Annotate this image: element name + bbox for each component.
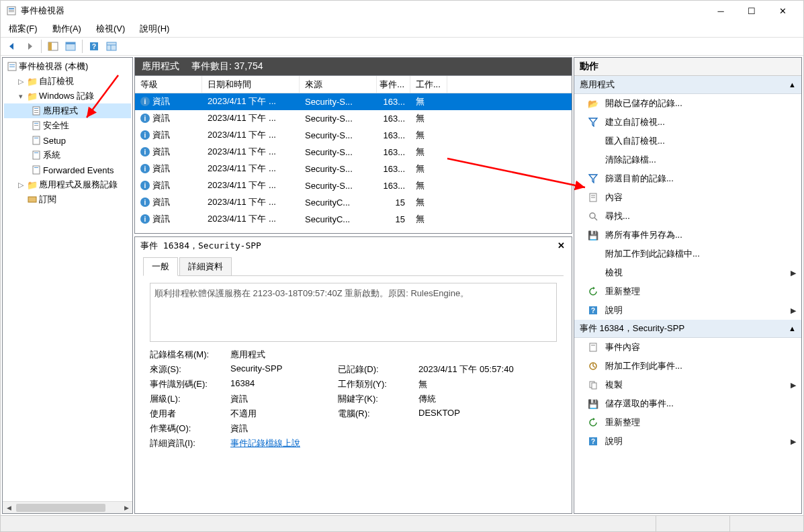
menu-action[interactable]: 動作(A)	[50, 21, 84, 36]
action-view[interactable]: 檢視▶	[574, 263, 801, 282]
tree-subscriptions-label: 訂閱	[39, 193, 56, 206]
tree-forwarded[interactable]: Forwarded Events	[4, 163, 131, 177]
action-save-selected[interactable]: 💾儲存選取的事件...	[574, 394, 801, 413]
svg-line-36	[594, 218, 597, 220]
actions-header: 動作	[574, 58, 801, 76]
action-filter-log[interactable]: 篩選目前的記錄...	[574, 169, 801, 188]
event-rows[interactable]: i資訊2023/4/11 下午 ...Security-S...163...無i…	[135, 93, 572, 233]
event-row[interactable]: i資訊2023/4/11 下午 ...SecurityC...15無	[135, 211, 572, 228]
window-title: 事件檢視器	[21, 5, 705, 17]
event-fields: 記錄檔名稱(M): 應用程式 來源(S): Security-SPP 已記錄(D…	[150, 349, 557, 449]
actions-section-event[interactable]: 事件 16384，Security-SPP ▲	[574, 320, 801, 338]
tree-setup[interactable]: Setup	[4, 133, 131, 148]
label-moreinfo: 詳細資訊(I):	[150, 437, 230, 449]
action-find[interactable]: 尋找...	[574, 207, 801, 226]
expand-icon[interactable]: ▷	[16, 77, 26, 86]
action-save-all-events[interactable]: 💾將所有事件另存為...	[574, 226, 801, 245]
help-button[interactable]: ?	[87, 39, 101, 54]
event-row[interactable]: i資訊2023/4/11 下午 ...Security-S...163...無	[135, 177, 572, 194]
event-row[interactable]: i資訊2023/4/11 下午 ...SecurityC...15無	[135, 194, 572, 211]
log-icon	[31, 120, 42, 131]
tree-forwarded-label: Forwarded Events	[43, 165, 114, 175]
section-title-2: 事件 16384，Security-SPP	[580, 322, 684, 335]
tree-hscrollbar[interactable]: ◀ ▶	[3, 501, 132, 513]
tree-system[interactable]: 系統	[4, 148, 131, 163]
label-user: 使用者	[150, 408, 230, 420]
event-row[interactable]: i資訊2023/4/11 下午 ...Security-S...163...無	[135, 93, 572, 110]
value-opcode: 資訊	[230, 423, 338, 435]
col-level[interactable]: 等級	[135, 76, 202, 93]
action-clear-log[interactable]: 清除記錄檔...	[574, 150, 801, 169]
expand-icon[interactable]: ▷	[16, 181, 26, 189]
event-row[interactable]: i資訊2023/4/11 下午 ...Security-S...163...無	[135, 110, 572, 127]
statusbar	[1, 515, 803, 531]
menu-help[interactable]: 說明(H)	[137, 21, 172, 36]
action-attach-task-log[interactable]: 附加工作到此記錄檔中...	[574, 245, 801, 263]
tree-app-services[interactable]: ▷ 📁 應用程式及服務記錄	[4, 177, 131, 192]
event-row[interactable]: i資訊2023/4/11 下午 ...Security-S...163...無	[135, 161, 572, 177]
close-icon[interactable]: ✕	[555, 240, 566, 251]
moreinfo-link[interactable]: 事件記錄檔線上說	[230, 438, 300, 448]
action-import-custom-view[interactable]: 匯入自訂檢視...	[574, 132, 801, 150]
event-list: 等級 日期和時間 來源 事件... 工作... i資訊2023/4/11 下午 …	[134, 75, 572, 234]
close-button[interactable]: ✕	[767, 1, 798, 21]
svg-rect-5	[9, 11, 14, 12]
tab-general[interactable]: 一般	[143, 257, 178, 276]
actions-section-application[interactable]: 應用程式 ▲	[574, 76, 801, 94]
minimize-button[interactable]: ─	[705, 1, 736, 21]
collapse-icon[interactable]: ▲	[789, 81, 796, 89]
svg-rect-3	[9, 8, 14, 9]
tab-body: 順利排程軟體保護服務在 2123-03-18T09:57:40Z 重新啟動。原因…	[143, 275, 564, 505]
action-refresh[interactable]: 重新整理	[574, 282, 801, 301]
panel-button[interactable]	[63, 39, 78, 54]
collapse-icon[interactable]: ▾	[16, 92, 26, 101]
action-refresh-event[interactable]: 重新整理	[574, 413, 801, 432]
action-help[interactable]: ?說明▶	[574, 301, 801, 320]
show-hide-tree-button[interactable]	[46, 39, 60, 54]
info-icon: i	[140, 214, 150, 224]
value-computer: DESKTOP	[418, 408, 553, 420]
collapse-icon[interactable]: ▲	[789, 324, 796, 332]
label-keywords: 關鍵字(K):	[338, 393, 418, 405]
submenu-arrow-icon: ▶	[791, 306, 796, 315]
info-icon: i	[140, 97, 150, 106]
event-row[interactable]: i資訊2023/4/11 下午 ...Security-S...163...無	[135, 144, 572, 161]
action-open-saved-log[interactable]: 📂開啟已儲存的記錄...	[574, 94, 801, 113]
svg-rect-26	[34, 138, 38, 138]
value-source: Security-SPP	[230, 363, 338, 375]
action-create-custom-view[interactable]: 建立自訂檢視...	[574, 113, 801, 132]
maximize-button[interactable]: ☐	[736, 1, 767, 21]
action-help-event[interactable]: ?說明▶	[574, 432, 801, 451]
tree-security[interactable]: 安全性	[4, 118, 131, 133]
col-task[interactable]: 工作...	[410, 76, 447, 93]
tree-pane: 事件檢視器 (本機) ▷ 📁 自訂檢視 ▾ 📁 Windows 記錄 應用程式	[2, 57, 133, 514]
tree-subscriptions[interactable]: 訂閱	[4, 192, 131, 207]
event-description[interactable]: 順利排程軟體保護服務在 2123-03-18T09:57:40Z 重新啟動。原因…	[150, 283, 557, 342]
svg-rect-19	[34, 108, 38, 109]
forward-button[interactable]	[22, 39, 37, 54]
help-icon: ?	[588, 305, 598, 316]
svg-text:?: ?	[92, 43, 96, 50]
tab-details[interactable]: 詳細資料	[179, 257, 232, 275]
tree-custom-views[interactable]: ▷ 📁 自訂檢視	[4, 74, 131, 89]
attach-icon	[588, 361, 598, 371]
action-attach-task-event[interactable]: 附加工作到此事件...	[574, 357, 801, 375]
action-copy[interactable]: 複製▶	[574, 375, 801, 394]
col-time[interactable]: 日期和時間	[202, 76, 300, 93]
action-event-properties[interactable]: 事件內容	[574, 338, 801, 357]
log-icon	[31, 150, 42, 161]
tree-windows-logs[interactable]: ▾ 📁 Windows 記錄	[4, 89, 131, 103]
detail-tabs: 一般 詳細資料	[135, 255, 572, 275]
back-button[interactable]	[5, 39, 19, 54]
tree-root[interactable]: 事件檢視器 (本機)	[4, 59, 131, 74]
menu-view[interactable]: 檢視(V)	[93, 21, 128, 36]
event-row[interactable]: i資訊2023/4/11 下午 ...Security-S...163...無	[135, 127, 572, 144]
view-options-button[interactable]	[104, 39, 119, 54]
tree-application[interactable]: 應用程式	[4, 103, 131, 118]
menu-file[interactable]: 檔案(F)	[6, 21, 40, 36]
action-properties[interactable]: 內容	[574, 188, 801, 207]
svg-rect-21	[34, 112, 38, 113]
col-eventid[interactable]: 事件...	[377, 76, 410, 93]
col-source[interactable]: 來源	[300, 76, 377, 93]
label-eventid: 事件識別碼(E):	[150, 378, 230, 390]
